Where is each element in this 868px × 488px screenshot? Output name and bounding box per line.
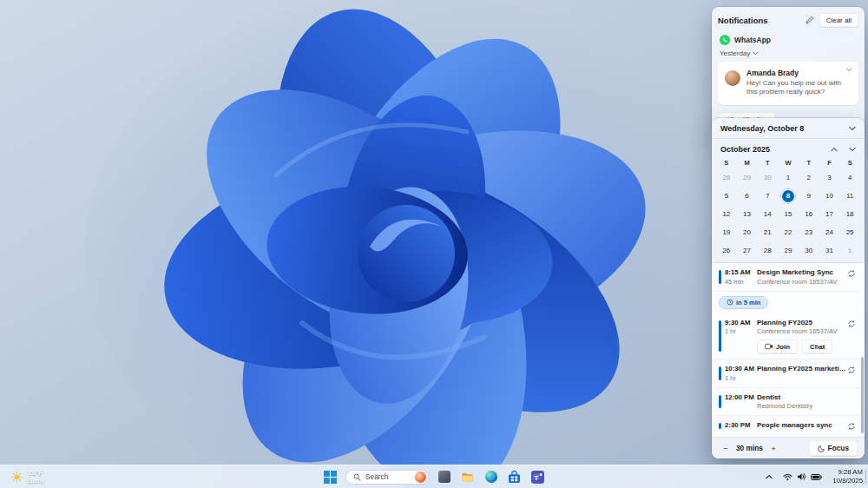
calendar-day[interactable]: 17 xyxy=(819,205,840,223)
calendar-day[interactable]: 1 xyxy=(839,241,860,260)
calendar-day[interactable]: 16 xyxy=(799,205,819,223)
start-button[interactable] xyxy=(322,469,339,485)
calendar-day[interactable]: 9 xyxy=(799,187,819,205)
quick-settings-button[interactable] xyxy=(779,470,825,484)
chevron-down-icon[interactable] xyxy=(846,68,852,72)
teams-icon: T xyxy=(531,471,544,484)
calendar-day[interactable]: 28 xyxy=(757,241,778,260)
calendar-flyout: Wednesday, October 8 October 2025 S M T xyxy=(712,118,865,458)
day-of-week-label: F xyxy=(819,156,840,168)
calendar-day[interactable]: 13 xyxy=(737,205,758,223)
taskbar-app-button[interactable] xyxy=(459,469,476,485)
calendar-dates: 28 29 30 1 2 3 4 5 6 7 8 9 10 11 12 13 1… xyxy=(716,168,860,260)
calendar-day[interactable]: 29 xyxy=(778,241,799,260)
edge-icon xyxy=(485,471,497,483)
day-of-week-label: S xyxy=(839,156,860,168)
clear-all-button[interactable]: Clear all xyxy=(819,13,858,27)
tray-date: 10/8/2025 xyxy=(832,477,863,485)
calendar-day[interactable]: 22 xyxy=(778,223,799,241)
reminder-badge[interactable]: in 5 min xyxy=(719,296,768,309)
focus-moon-icon xyxy=(818,445,825,452)
calendar-day[interactable]: 10 xyxy=(819,187,840,205)
chat-button[interactable]: Chat xyxy=(802,340,832,353)
widgets-button[interactable]: 78°F Sunny xyxy=(3,465,52,488)
store-icon xyxy=(508,471,521,484)
calendar-month-row: October 2025 xyxy=(712,139,865,155)
calendar-day[interactable]: 29 xyxy=(737,168,758,187)
calendar-day[interactable]: 30 xyxy=(799,241,819,260)
join-button[interactable]: Join xyxy=(757,340,798,353)
calendar-date-title: Wednesday, October 8 xyxy=(720,124,804,133)
notification-card[interactable]: Amanda Brady Hey! Can you help me out wi… xyxy=(718,62,858,105)
svg-text:T: T xyxy=(535,473,539,481)
previous-month-icon[interactable] xyxy=(831,147,838,152)
day-of-week-label: M xyxy=(737,156,758,168)
focus-button[interactable]: Focus xyxy=(809,440,858,456)
clock-icon xyxy=(727,299,733,306)
calendar-day[interactable]: 7 xyxy=(757,187,778,205)
wifi-icon xyxy=(783,473,792,481)
calendar-day[interactable]: 12 xyxy=(716,205,737,223)
calendar-day[interactable]: 11 xyxy=(839,187,860,205)
search-label: Search xyxy=(365,472,411,481)
calendar-day[interactable]: 31 xyxy=(819,241,840,260)
calendar-day[interactable]: 19 xyxy=(716,223,737,241)
tray-overflow-chevron-icon[interactable] xyxy=(766,474,773,479)
avatar xyxy=(725,70,740,86)
notifications-title: Notifications xyxy=(718,16,806,25)
taskbar-app-button[interactable] xyxy=(483,469,499,485)
notification-settings-icon[interactable] xyxy=(806,16,814,24)
calendar-day[interactable]: 14 xyxy=(757,205,778,223)
day-of-week-label: W xyxy=(778,156,799,168)
calendar-day[interactable]: 4 xyxy=(839,168,860,187)
next-month-icon[interactable] xyxy=(849,147,856,152)
calendar-day[interactable]: 5 xyxy=(716,187,737,205)
event-title: People managers sync xyxy=(757,421,847,429)
event-row[interactable]: 10:30 AM 1 hr Planning FY2025 marketing xyxy=(714,359,862,388)
search-icon xyxy=(353,473,361,481)
calendar-day[interactable]: 28 xyxy=(716,168,737,187)
calendar-day[interactable]: 1 xyxy=(778,168,799,187)
calendar-day[interactable]: 6 xyxy=(737,187,758,205)
event-row[interactable]: 9:30 AM 1 hr Planning FY2025 Conference … xyxy=(714,313,862,360)
calendar-day[interactable]: 26 xyxy=(716,241,737,260)
calendar-day[interactable]: 15 xyxy=(778,205,799,223)
event-title: Planning FY2025 marketing xyxy=(757,365,847,373)
calendar-day[interactable]: 21 xyxy=(757,223,778,241)
app-icon xyxy=(438,471,450,483)
event-accent-bar xyxy=(719,320,721,353)
calendar-day-selected[interactable]: 8 xyxy=(778,187,799,205)
calendar-day[interactable]: 27 xyxy=(737,241,758,260)
calendar-day[interactable]: 18 xyxy=(839,205,860,223)
recurring-icon xyxy=(847,422,856,431)
calendar-footer: − 30 mins + Focus xyxy=(712,437,865,458)
calendar-day[interactable]: 24 xyxy=(819,223,840,241)
focus-duration-label: 30 mins xyxy=(736,444,763,452)
event-row[interactable]: 2:30 PM People managers sync xyxy=(714,416,862,436)
notification-message: Hey! Can you help me out with this probl… xyxy=(746,79,852,97)
search-box[interactable]: Search xyxy=(345,470,429,485)
calendar-day[interactable]: 30 xyxy=(757,168,778,187)
collapse-calendar-icon[interactable] xyxy=(849,126,856,131)
taskbar-app-button[interactable]: T xyxy=(529,469,546,485)
taskbar-app-button[interactable] xyxy=(506,469,523,485)
notification-group-toggle[interactable]: Yesterday xyxy=(720,49,858,57)
calendar-day[interactable]: 20 xyxy=(737,223,758,241)
event-title: Design Marketing Sync xyxy=(757,268,847,276)
calendar-day[interactable]: 25 xyxy=(839,223,860,241)
search-daily-image[interactable] xyxy=(415,472,426,483)
decrease-duration-button[interactable]: − xyxy=(719,441,733,455)
reminder-badge-label: in 5 min xyxy=(736,299,760,307)
taskbar-app-button[interactable] xyxy=(436,469,452,485)
calendar-day[interactable]: 2 xyxy=(799,168,819,187)
event-row[interactable]: 8:15 AM 45 min Design Marketing Sync Con… xyxy=(714,263,862,292)
event-location: Conference room 16537/AV xyxy=(757,278,847,286)
event-row[interactable]: 12:00 PM Dentist Redmond Dentistry xyxy=(714,388,862,417)
increase-duration-button[interactable]: + xyxy=(766,441,780,455)
agenda-list: 8:15 AM 45 min Design Marketing Sync Con… xyxy=(712,262,865,437)
calendar-day[interactable]: 23 xyxy=(799,223,819,241)
calendar-day[interactable]: 3 xyxy=(819,168,840,187)
chevron-down-icon xyxy=(753,51,759,56)
agenda-scrollbar[interactable] xyxy=(861,357,864,433)
clock[interactable]: 9:28 AM 10/8/2025 xyxy=(832,468,863,485)
